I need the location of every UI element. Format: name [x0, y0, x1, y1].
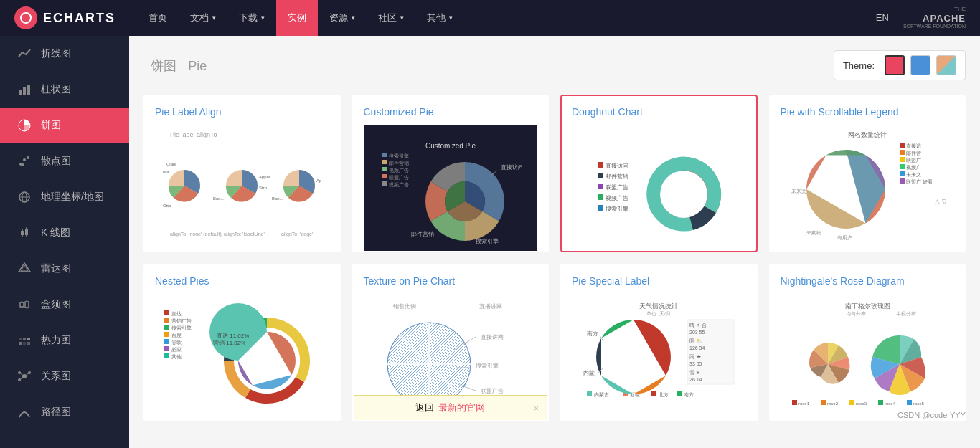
nav-item-home[interactable]: 首页 [137, 0, 179, 36]
return-link[interactable]: 最新的官网 [438, 401, 485, 414]
svg-text:直播讲网: 直播讲网 [479, 303, 502, 310]
svg-rect-156 [792, 400, 797, 405]
svg-text:内蒙古: 内蒙古 [594, 392, 609, 397]
chart-title-doughnut: Doughnut Chart [572, 106, 746, 118]
svg-text:内蒙: 内蒙 [583, 370, 595, 376]
svg-text:Customized Pie: Customized Pie [425, 142, 476, 150]
svg-rect-20 [20, 302, 24, 307]
theme-btn-red[interactable] [885, 55, 905, 75]
svg-marker-18 [19, 263, 30, 272]
nav-item-community[interactable]: 社区▾ [367, 0, 415, 36]
svg-text:联盟广告: 联盟广告 [606, 184, 628, 191]
svg-rect-62 [382, 174, 387, 178]
svg-rect-111 [164, 353, 169, 358]
svg-text:网名数量统计: 网名数量统计 [848, 131, 887, 138]
bar-chart-icon [17, 82, 32, 97]
heat-chart-icon [17, 333, 32, 348]
return-close[interactable]: × [533, 403, 539, 414]
chart-title-texture: Texture on Pie Chart [364, 275, 538, 287]
svg-rect-162 [878, 400, 883, 405]
svg-text:视频广告: 视频广告 [389, 182, 409, 188]
chart-card-scrollable[interactable]: Pie with Scrollable Legend 网名数量统计 直接访 邮件… [769, 95, 966, 252]
chart-preview-pie-label: Pie label alignTo Cläre Flora Otto [155, 125, 329, 247]
svg-text:Apple: Apple [259, 175, 270, 179]
chart-title-special-label: Pie Special Label [572, 275, 746, 287]
sidebar-item-geo[interactable]: 地理坐标/地图 [0, 179, 129, 215]
svg-rect-105 [164, 332, 169, 337]
sidebar-item-relation[interactable]: 关系图 [0, 358, 129, 394]
sidebar-item-box[interactable]: 盒须图 [0, 287, 129, 323]
chart-preview-customized-pie: Customized Pie 搜索引擎 邮件营销 视频广告 联盟广告 视频广告 [364, 125, 538, 252]
svg-text:北方: 北方 [659, 392, 669, 397]
sidebar-item-pie[interactable]: 饼图 [0, 108, 129, 143]
svg-rect-26 [19, 338, 22, 340]
chart-preview-nested: 直达 营销广告 搜索引擎 百度 谷歌 必应 其他 [155, 294, 329, 416]
svg-text:alignTo: 'none' (default): alignTo: 'none' (default) [170, 232, 222, 237]
svg-text:邮件营: 邮件营 [906, 151, 921, 156]
nav-item-docs[interactable]: 文档▾ [179, 0, 227, 36]
community-dropdown-icon: ▾ [400, 14, 404, 22]
logo-icon [14, 6, 37, 29]
return-banner: 返回 最新的官网 × [354, 395, 548, 420]
svg-text:有用户: 有用户 [837, 235, 852, 240]
chart-card-pie-label[interactable]: Pie Label Align Pie label alignTo Cläre … [143, 95, 341, 252]
theme-selector: Theme: [834, 50, 966, 80]
logo[interactable]: ECHARTS [14, 6, 116, 29]
svg-text:Flora: Flora [163, 169, 169, 173]
nav-item-download[interactable]: 下载▾ [227, 0, 276, 36]
nav-en[interactable]: EN [876, 12, 889, 23]
sidebar-item-bar[interactable]: 柱状图 [0, 72, 129, 108]
sidebar-item-scatter[interactable]: 散点图 [0, 143, 129, 179]
svg-text:邮件营销: 邮件营销 [411, 231, 434, 237]
svg-text:rose3: rose3 [856, 401, 867, 406]
nav-item-resources[interactable]: 资源▾ [318, 0, 367, 36]
sidebar-item-heat[interactable]: 热力图 [0, 323, 129, 358]
docs-dropdown-icon: ▾ [212, 14, 216, 22]
chart-card-rose[interactable]: Nightingale's Rose Diagram 南丁格尔玫瑰图 均匀分布 … [769, 264, 966, 421]
chart-title-rose: Nightingale's Rose Diagram [781, 275, 955, 287]
chart-card-doughnut[interactable]: Doughnut Chart 直接访问 邮件营销 联盟广告 视频广告 搜索引擎 [560, 95, 758, 252]
sidebar-item-radar[interactable]: 雷达图 [0, 251, 129, 287]
chart-card-texture[interactable]: Texture on Pie Chart 销售比例 直播讲网 [352, 264, 550, 421]
svg-rect-91 [900, 171, 905, 176]
svg-text:搜索引擎: 搜索引擎 [476, 238, 499, 244]
svg-text:晴 ☀ 合: 晴 ☀ 合 [689, 323, 707, 328]
theme-btn-blue[interactable] [910, 55, 930, 75]
chart-card-customized-pie[interactable]: Customized Pie Customized Pie 搜索引擎 邮件营销 … [352, 95, 550, 252]
svg-text:搜索引擎: 搜索引擎 [476, 363, 499, 369]
svg-text:天气情况统计: 天气情况统计 [639, 302, 678, 310]
chart-card-special-label[interactable]: Pie Special Label 天气情况统计 单位: 天/月 晴 ☀ 合 2… [560, 264, 758, 421]
sidebar: 折线图 柱状图 饼图 散点图 地理坐标/地图 [0, 36, 129, 448]
svg-text:直接访问: 直接访问 [606, 163, 628, 169]
chart-preview-doughnut: 直接访问 邮件营销 联盟广告 视频广告 搜索引擎 [572, 125, 746, 252]
svg-rect-31 [27, 342, 30, 345]
svg-point-81 [660, 171, 707, 218]
svg-text:直达 11.02%: 直达 11.02% [217, 333, 249, 339]
chart-card-nested[interactable]: Nested Pies 直达 营销广告 搜索引擎 百度 谷歌 [143, 264, 341, 421]
svg-text:营销广告: 营销广告 [171, 318, 192, 323]
page-title: 饼图 Pie [143, 56, 207, 75]
theme-btn-warm[interactable] [936, 55, 956, 75]
nav-item-other[interactable]: 其他▾ [415, 0, 464, 36]
svg-text:搜索引擎: 搜索引擎 [606, 206, 628, 212]
sidebar-item-k[interactable]: K 线图 [0, 215, 129, 251]
svg-text:南方: 南方 [684, 392, 694, 397]
chart-title-scrollable: Pie with Scrollable Legend [781, 106, 955, 118]
svg-rect-30 [23, 342, 26, 345]
svg-rect-83 [900, 143, 905, 148]
svg-text:联盟广告: 联盟广告 [389, 175, 409, 180]
svg-rect-27 [23, 338, 26, 340]
svg-rect-23 [25, 302, 29, 308]
nav-item-examples[interactable]: 实例 [276, 0, 318, 36]
svg-text:其他: 其他 [171, 354, 182, 360]
content-area: 饼图 Pie Theme: Pie Label Align Pie label … [129, 36, 980, 448]
svg-text:Pie label alignTo: Pie label alignTo [170, 131, 217, 138]
sidebar-item-path[interactable]: 路径图 [0, 394, 129, 430]
svg-rect-73 [598, 173, 603, 178]
svg-text:Cläre: Cläre [166, 162, 177, 166]
sidebar-item-line[interactable]: 折线图 [0, 36, 129, 72]
svg-text:△ ▽: △ ▽ [935, 198, 946, 205]
svg-rect-71 [598, 162, 603, 168]
svg-point-8 [22, 163, 24, 166]
svg-text:26 14: 26 14 [689, 377, 702, 382]
